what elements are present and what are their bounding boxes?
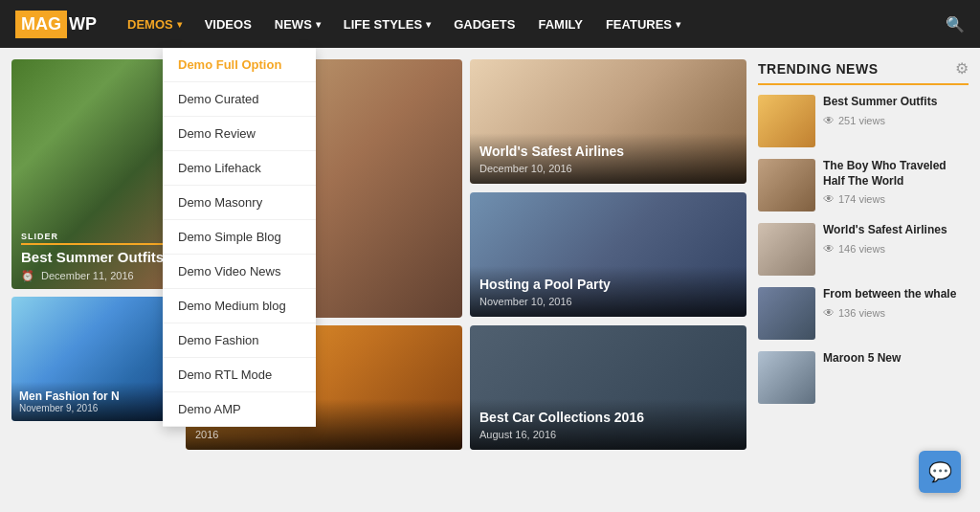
small-card-title: Men Fashion for N bbox=[19, 390, 167, 403]
demos-dropdown: Demo Full Option Demo Curated Demo Revie… bbox=[163, 48, 316, 427]
grid-card-title: World's Safest Airlines bbox=[479, 143, 737, 160]
trending-views: 👁 136 views bbox=[823, 306, 969, 320]
grid-card-date: 2016 bbox=[195, 429, 453, 440]
logo-mag: MAG bbox=[15, 11, 67, 38]
nav-item-videos[interactable]: VIDEOS bbox=[193, 0, 263, 48]
trending-item[interactable]: World's Safest Airlines 👁 146 views bbox=[758, 223, 969, 276]
trending-info: From between the whale 👁 136 views bbox=[823, 287, 969, 320]
logo[interactable]: MAG WP bbox=[15, 11, 97, 38]
trending-info: The Boy Who Traveled Half The World 👁 17… bbox=[823, 159, 969, 206]
dropdown-item-full-option[interactable]: Demo Full Option bbox=[163, 48, 316, 82]
chevron-down-icon: ▾ bbox=[177, 19, 182, 30]
grid-card-date: November 10, 2016 bbox=[479, 296, 737, 307]
slider-badge: SLIDER Best Summer Outfits ⏰ December 11… bbox=[21, 232, 164, 282]
dropdown-item-curated[interactable]: Demo Curated bbox=[163, 82, 316, 117]
trending-thumb bbox=[758, 351, 815, 404]
grid-card-date: August 16, 2016 bbox=[479, 429, 737, 440]
slider-label: SLIDER bbox=[21, 232, 164, 245]
clock-icon: ⏰ bbox=[21, 270, 34, 281]
chevron-down-icon: ▾ bbox=[676, 19, 680, 30]
grid-card-airlines[interactable]: World's Safest Airlines December 10, 201… bbox=[470, 59, 746, 184]
gear-icon[interactable]: ⚙ bbox=[955, 59, 969, 78]
nav-item-family[interactable]: FAMILY bbox=[526, 0, 593, 48]
trending-info: Best Summer Outfits 👁 251 views bbox=[823, 95, 969, 127]
slider-date: ⏰ December 11, 2016 bbox=[21, 270, 164, 282]
trending-item[interactable]: Maroon 5 New bbox=[758, 351, 969, 404]
trending-title: TRENDING NEWS bbox=[758, 61, 879, 77]
thumb-bg bbox=[758, 287, 815, 340]
chevron-down-icon: ▾ bbox=[426, 19, 431, 30]
chat-button[interactable]: 💬 bbox=[919, 451, 961, 461]
trending-item[interactable]: The Boy Who Traveled Half The World 👁 17… bbox=[758, 159, 969, 211]
left-column: SLIDER Best Summer Outfits ⏰ December 11… bbox=[11, 59, 174, 450]
grid-card-overlay: Best Car Collections 2016 August 16, 201… bbox=[470, 399, 746, 450]
main-content: SLIDER Best Summer Outfits ⏰ December 11… bbox=[0, 48, 980, 461]
trending-header: TRENDING NEWS ⚙ bbox=[758, 59, 969, 85]
dropdown-item-simple-blog[interactable]: Demo Simple Blog bbox=[163, 220, 316, 255]
trending-item-title: Maroon 5 New bbox=[823, 351, 969, 367]
small-card-overlay: Men Fashion for N November 9, 2016 bbox=[11, 382, 174, 421]
dropdown-item-video-news[interactable]: Demo Video News bbox=[163, 255, 316, 289]
trending-views: 👁 251 views bbox=[823, 114, 969, 127]
dropdown-item-review[interactable]: Demo Review bbox=[163, 117, 316, 151]
nav-item-news[interactable]: NEWS ▾ bbox=[263, 0, 332, 48]
trending-thumb bbox=[758, 95, 815, 147]
dropdown-item-lifehack[interactable]: Demo Lifehack bbox=[163, 151, 316, 186]
eye-icon: 👁 bbox=[823, 114, 835, 127]
right-sidebar: TRENDING NEWS ⚙ Best Summer Outfits 👁 25… bbox=[758, 59, 969, 450]
grid-card-overlay: World's Safest Airlines December 10, 201… bbox=[470, 133, 746, 184]
trending-item[interactable]: Best Summer Outfits 👁 251 views bbox=[758, 95, 969, 147]
grid-card-pool[interactable]: Hosting a Pool Party November 10, 2016 bbox=[470, 192, 746, 317]
thumb-bg bbox=[758, 95, 815, 147]
dropdown-item-fashion[interactable]: Demo Fashion bbox=[163, 323, 316, 358]
dropdown-item-amp[interactable]: Demo AMP bbox=[163, 392, 316, 427]
thumb-bg bbox=[758, 351, 815, 404]
chat-icon: 💬 bbox=[928, 460, 952, 461]
eye-icon: 👁 bbox=[823, 242, 835, 256]
eye-icon: 👁 bbox=[823, 192, 835, 206]
trending-item[interactable]: From between the whale 👁 136 views bbox=[758, 287, 969, 340]
dropdown-item-rtl-mode[interactable]: Demo RTL Mode bbox=[163, 358, 316, 392]
small-card-date: November 9, 2016 bbox=[19, 403, 167, 413]
grid-card-title: Best Car Collections 2016 bbox=[479, 409, 737, 426]
trending-item-title: World's Safest Airlines bbox=[823, 223, 969, 238]
search-icon[interactable]: 🔍 bbox=[946, 15, 965, 33]
logo-wp: WP bbox=[69, 14, 97, 34]
trending-thumb bbox=[758, 159, 815, 211]
dropdown-item-masonry[interactable]: Demo Masonry bbox=[163, 186, 316, 220]
trending-views: 👁 174 views bbox=[823, 192, 969, 206]
slider-card[interactable]: SLIDER Best Summer Outfits ⏰ December 11… bbox=[11, 59, 174, 289]
trending-info: Maroon 5 New bbox=[823, 351, 969, 370]
dropdown-item-medium-blog[interactable]: Demo Medium blog bbox=[163, 289, 316, 323]
main-nav: DEMOS ▾ VIDEOS NEWS ▾ LIFE STYLES ▾ GADG… bbox=[116, 0, 946, 48]
thumb-bg bbox=[758, 223, 815, 276]
trending-views: 👁 146 views bbox=[823, 242, 969, 256]
thumb-bg bbox=[758, 159, 815, 211]
grid-card-overlay: Hosting a Pool Party November 10, 2016 bbox=[470, 266, 746, 317]
trending-item-title: Best Summer Outfits bbox=[823, 95, 969, 110]
grid-card-title: Hosting a Pool Party bbox=[479, 276, 737, 293]
trending-thumb bbox=[758, 287, 815, 340]
chevron-down-icon: ▾ bbox=[316, 19, 321, 30]
nav-item-lifestyles[interactable]: LIFE STYLES ▾ bbox=[332, 0, 442, 48]
slider-title: Best Summer Outfits bbox=[21, 249, 164, 266]
grid-card-cars[interactable]: Best Car Collections 2016 August 16, 201… bbox=[470, 325, 746, 450]
grid-card-date: December 10, 2016 bbox=[479, 163, 737, 174]
header: MAG WP DEMOS ▾ VIDEOS NEWS ▾ LIFE STYLES… bbox=[0, 0, 980, 48]
nav-item-gadgets[interactable]: GADGETS bbox=[442, 0, 526, 48]
trending-info: World's Safest Airlines 👁 146 views bbox=[823, 223, 969, 256]
trending-item-title: From between the whale bbox=[823, 287, 969, 302]
eye-icon: 👁 bbox=[823, 306, 835, 320]
trending-thumb bbox=[758, 223, 815, 276]
nav-item-features[interactable]: FEATURES ▾ bbox=[594, 0, 692, 48]
trending-item-title: The Boy Who Traveled Half The World bbox=[823, 159, 969, 189]
nav-item-demos[interactable]: DEMOS ▾ bbox=[116, 0, 193, 48]
small-card[interactable]: Men Fashion for N November 9, 2016 bbox=[11, 297, 174, 421]
